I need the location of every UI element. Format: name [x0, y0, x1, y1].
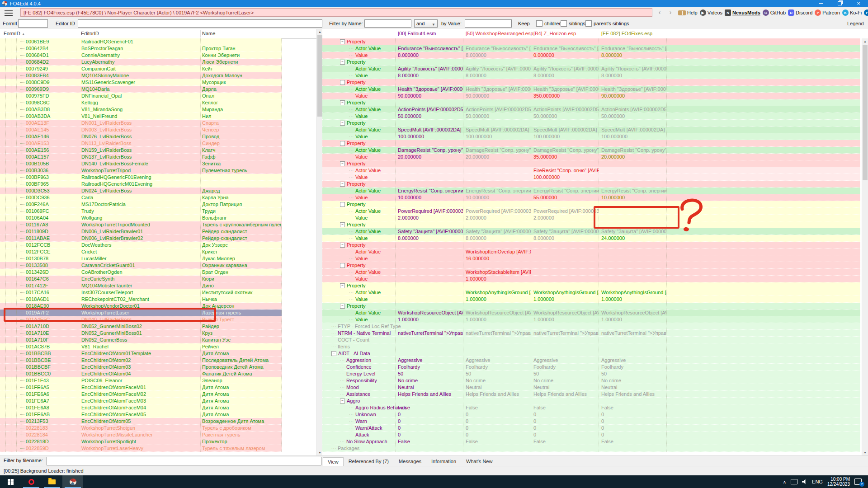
tab-information[interactable]: Information [426, 457, 461, 466]
compare-row-actor-value[interactable]: ···Actor ValueSafety "Защита" [AVIF:0000… [322, 228, 860, 235]
compare-row-property[interactable]: −Property [322, 38, 860, 45]
compare-row-value[interactable]: ···Value8.0000008.0000008.0000008.000000 [322, 72, 860, 79]
forward-arrow-icon[interactable]: › [666, 8, 675, 17]
compare-row-property[interactable]: −Property [322, 79, 860, 86]
toolbar-link-nexusmods[interactable]: NNexusMods [725, 9, 760, 16]
taskbar-item-explorer[interactable] [42, 475, 62, 488]
collapse-icon[interactable]: − [340, 202, 345, 207]
record-row-00213F53[interactable]: 00213F53EncChildrenOfAtom05Возрожденное … [0, 418, 282, 425]
compare-row-actor-value[interactable]: ···Actor ValueEndurance "Выносливость" [… [322, 45, 860, 52]
and-or-select[interactable]: and▼ [414, 19, 438, 28]
record-row-000AE145[interactable]: 000AE145DN003_LvlRaiderBossЧенсер [0, 127, 282, 133]
record-row-0011ABAE[interactable]: 0011ABAEDN006_LvlRaiderBrawler02Рейдер-с… [0, 235, 282, 242]
record-row-0012FCCB[interactable]: 0012FCCBDocWeathersДок Уэзерс [0, 242, 282, 249]
compare-row-actor-value[interactable]: ···Actor ValueFireResist "Сопр. огню" [A… [322, 167, 860, 174]
compare-row-property[interactable]: −Property [322, 99, 860, 106]
compare-row-items[interactable]: ···Items [322, 343, 860, 350]
collapse-icon[interactable]: − [331, 351, 336, 356]
record-row-001647C6[interactable]: 001647C6EncCurieSynthКюри [0, 276, 282, 282]
compare-row-responsibility[interactable]: ···ResponsibilityNo crimeNo crimeNo crim… [322, 377, 860, 384]
plugin-column-header[interactable]: [B4] Z_Horizon.esp [531, 29, 601, 38]
compare-row-property[interactable]: −Property [322, 59, 860, 66]
record-row-001FE6A5[interactable]: 001FE6A5EncChildrenOfAtomFaceM01Дитя Ато… [0, 384, 282, 391]
record-row-000684D2[interactable]: 000684D2LucyAbernathyЛюси Эбернети [0, 59, 282, 66]
compare-row-mood[interactable]: ···MoodNeutralNeutralNeutralNeutral [322, 384, 860, 391]
tab-what-s-new[interactable]: What's New [461, 457, 497, 466]
record-row-001A710E[interactable]: 001A710EDN052_GunnerMiniBoss01Круз [0, 330, 282, 337]
back-arrow-icon[interactable]: ‹ [656, 8, 664, 17]
record-row-0018A6D1[interactable]: 0018A6D1REChokepointCT02_MerchantНычка [0, 296, 282, 303]
plugin-column-header[interactable]: [FE 082] FO4Fixes.esp [599, 29, 669, 38]
compare-row-value[interactable]: ···Value90.00000090.000000350.00000090.0… [322, 93, 860, 99]
legend-link[interactable]: Legend [847, 21, 864, 26]
compare-row-confidence[interactable]: ···ConfidenceFoolhardyFoolhardyFoolhardy… [322, 364, 860, 371]
collapse-icon[interactable]: − [340, 304, 345, 309]
compare-row-unknown[interactable]: ···Unknown0000 [322, 411, 860, 418]
record-row-000BF965[interactable]: 000BF965RailroadHQGenericM01Evening [0, 181, 282, 188]
record-row-0011809D[interactable]: 0011809DDN006_LvlRaiderBrawler01Рейдер-с… [0, 228, 282, 235]
compare-row-actor-value[interactable]: ···Actor ValueWorkshopStackableItem [AVI… [322, 269, 860, 276]
compare-row-actor-value[interactable]: ···Actor ValueAgility "Ловкость" [AVIF:0… [322, 66, 860, 72]
compare-row-packages[interactable]: ···Packages [322, 445, 860, 452]
compare-row-actor-value[interactable]: ···Actor ValueDamageResist "Сопр. урону"… [322, 147, 860, 154]
volume-icon[interactable] [802, 479, 807, 484]
record-row-000B105B[interactable]: 000B105BDN140_LvlRaiderBossFemaleЗенитка [0, 160, 282, 167]
menu-hamburger-icon[interactable] [4, 9, 14, 16]
compare-row-aggro-radius-behavior[interactable]: ···Aggro Radius BehaviorFalseFalseFalseF… [322, 404, 860, 411]
record-row-001FE6A6[interactable]: 001FE6A6EncChildrenOfAtomFaceM02Дитя Ато… [0, 391, 282, 398]
plugin-column-header[interactable]: [00] Fallout4.esm [395, 29, 466, 38]
compare-row-actor-value[interactable]: ···Actor ValueEnergyResist "Сопр. энерги… [322, 188, 860, 194]
record-row-000DC936[interactable]: 000DC936CarlaКарла Урна [0, 194, 282, 201]
record-row-001A710F[interactable]: 001A710FDN052_GunnerBossКапитан Уэс [0, 337, 282, 343]
record-row-0008C9D9[interactable]: 0008C9D9MS11GenericScavengerМусорщик [0, 79, 282, 86]
compare-row-warn-attack[interactable]: ···Warn/Attack0000 [322, 425, 860, 432]
compare-row-value[interactable]: ···Value10.00000010.00000055.00000010.00… [322, 194, 860, 201]
record-row-001BBCBF[interactable]: 001BBCBFEncChildrenOfAtom03Проповедник Д… [0, 364, 282, 371]
record-row-001167A8[interactable]: 001167A8WorkshopTurretTripodMountedТурел… [0, 221, 282, 228]
compare-row-actor-value[interactable]: ···Actor ValueWorkshopResourceObject [AV… [322, 310, 860, 316]
keep-checkbox-siblings[interactable]: siblings [561, 20, 585, 27]
toolbar-link-discord[interactable]: DDiscord [788, 9, 812, 16]
minimize-button[interactable] [811, 0, 830, 7]
language-indicator[interactable]: ENG [812, 479, 823, 484]
compare-row-property[interactable]: −Property [322, 262, 860, 269]
record-row-001A4E5C[interactable]: 001A4E5CDN040_LvlRaiderBossРыжая Туретт [0, 316, 282, 323]
left-vertical-scrollbar[interactable]: ▲ ▼ [316, 29, 323, 455]
filter-by-value-input[interactable] [465, 19, 512, 28]
column-header-editorid[interactable]: EditorID [81, 29, 99, 38]
restore-button[interactable] [830, 0, 849, 7]
compare-row-aidt-ai-data[interactable]: −AIDT - AI Data [322, 350, 860, 357]
filter-by-name-input[interactable] [364, 19, 411, 28]
toolbar-link-ko-fi[interactable]: KKo-Fi [842, 9, 862, 16]
compare-row-attack[interactable]: ···Attack0000 [322, 432, 860, 438]
compare-row-actor-value[interactable]: ···Actor ValueActionPoints [AVIF:000002D… [322, 106, 860, 113]
compare-row-property[interactable]: −Property [322, 282, 860, 289]
toolbar-link-github[interactable]: GGitHub [763, 9, 786, 16]
column-header-formid[interactable]: FormID ▲ [4, 29, 25, 38]
taskbar-item-fo4edit[interactable] [62, 475, 83, 488]
compare-row-property[interactable]: −Property [322, 120, 860, 127]
record-row-000975FD[interactable]: 000975FDDNFinancial_OpalОпал [0, 93, 282, 99]
record-row-000AE156[interactable]: 000AE156DN159_LvlRaiderBossКлатч [0, 147, 282, 154]
scroll-up-icon[interactable]: ▲ [862, 38, 868, 44]
record-row-00061BE9[interactable]: 00061BE9RailroadHQGenericF01 [0, 38, 282, 45]
collapse-icon[interactable]: − [340, 100, 345, 105]
tab-view[interactable]: View [323, 457, 344, 466]
record-row-001BBCBE[interactable]: 001BBCBEEncChildrenOfAtom02Последователь… [0, 357, 282, 364]
keep-checkbox-children[interactable]: children [536, 20, 562, 27]
toolbar-link-paypal[interactable]: PPayPal [864, 9, 868, 16]
record-row-000969D9[interactable]: 000969D9MQ104DarlaДарла [0, 86, 282, 93]
tab-messages[interactable]: Messages [394, 457, 426, 466]
compare-row-property[interactable]: −Property [322, 160, 860, 167]
record-row-0012FCCE[interactable]: 0012FCCECricketКрикет [0, 249, 282, 255]
record-row-00228184[interactable]: 00228184WorkshopTurretMissileLauncherРак… [0, 432, 282, 438]
record-row-000AE153[interactable]: 000AE153DN113_LvlRaiderBossСиндер [0, 140, 282, 147]
scroll-down-icon[interactable]: ▼ [862, 450, 868, 455]
compare-row-warn[interactable]: ···Warn0000 [322, 418, 860, 425]
compare-row-property[interactable]: −Property [322, 303, 860, 310]
compare-row-aggression[interactable]: ···AggressionAggressiveAggressiveAggress… [322, 357, 860, 364]
record-row-001A710D[interactable]: 001A710DDN052_GunnerMiniBoss02Райдер [0, 323, 282, 330]
compare-row-value[interactable]: ···Value20.00000020.00000035.00000020.00… [322, 154, 860, 160]
close-button[interactable]: × [849, 0, 868, 7]
compare-row-value[interactable]: ···Value1.0000001.0000001.0000001.000000 [322, 316, 860, 323]
